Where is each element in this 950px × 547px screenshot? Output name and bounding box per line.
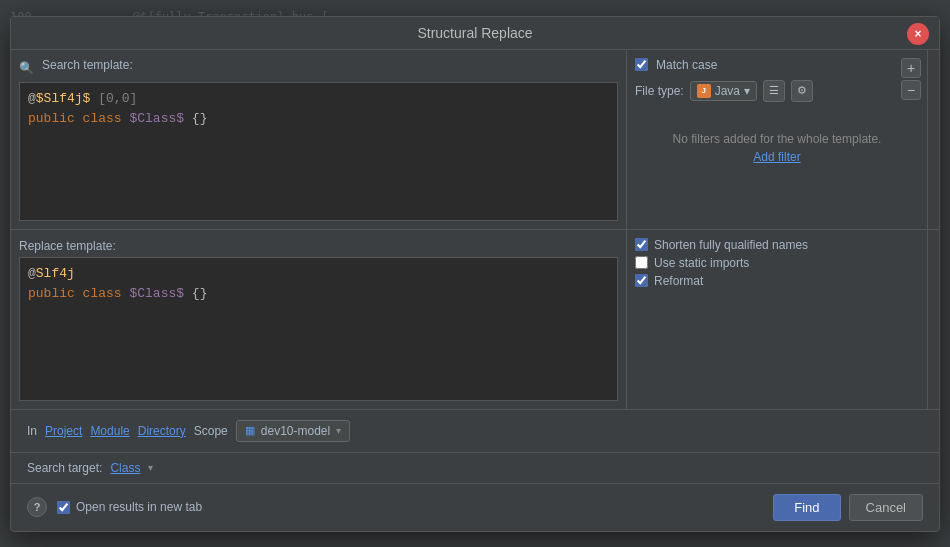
target-class-link[interactable]: Class (110, 461, 140, 475)
dialog-title-bar: Structural Replace × (11, 17, 939, 50)
file-type-label: File type: (635, 84, 684, 98)
module-icon: ▦ (245, 424, 255, 437)
remove-filter-button[interactable]: − (901, 80, 921, 100)
scope-value: dev10-model (261, 424, 330, 438)
scope-dropdown[interactable]: ▦ dev10-model ▾ (236, 420, 350, 442)
replace-template-code[interactable]: @Slf4j public class $Class$ {} (19, 257, 618, 401)
target-section: Search target: Class ▾ (11, 453, 939, 484)
open-results-checkbox[interactable] (57, 501, 70, 514)
file-type-arrow: ▾ (744, 84, 750, 98)
static-imports-label[interactable]: Use static imports (654, 256, 749, 270)
footer-left: ? Open results in new tab (27, 497, 202, 517)
scope-module-link[interactable]: Module (90, 424, 129, 438)
match-case-row: Match case (635, 58, 717, 72)
scope-in-label: In (27, 424, 37, 438)
dialog-overlay: 100 @${fully.Transaction} bus { Structur… (0, 0, 950, 547)
target-label: Search target: (27, 461, 102, 475)
static-imports-checkbox[interactable] (635, 256, 648, 269)
settings-button[interactable]: ⚙ (791, 80, 813, 102)
search-section: 🔍 Search template: @$Slf4j$ [0,0] public… (11, 50, 939, 230)
reformat-label[interactable]: Reformat (654, 274, 703, 288)
target-arrow[interactable]: ▾ (148, 462, 153, 473)
reformat-row: Reformat (635, 274, 919, 288)
filter-button[interactable]: ☰ (763, 80, 785, 102)
file-type-value: Java (715, 84, 740, 98)
add-filter-button[interactable]: + (901, 58, 921, 78)
shorten-names-checkbox[interactable] (635, 238, 648, 251)
scope-directory-link[interactable]: Directory (138, 424, 186, 438)
filter-side-buttons: + − (901, 58, 921, 100)
shorten-names-label[interactable]: Shorten fully qualified names (654, 238, 808, 252)
scope-section: In Project Module Directory Scope ▦ dev1… (11, 410, 939, 453)
match-case-checkbox[interactable] (635, 58, 648, 71)
match-case-label[interactable]: Match case (656, 58, 717, 72)
scope-word-label: Scope (194, 424, 228, 438)
open-results-label[interactable]: Open results in new tab (76, 500, 202, 514)
open-results-row: Open results in new tab (57, 500, 202, 514)
right-scroll-indicator (927, 50, 939, 229)
static-imports-row: Use static imports (635, 256, 919, 270)
reformat-checkbox[interactable] (635, 274, 648, 287)
replace-section: Replace template: @Slf4j public class $C… (11, 230, 939, 410)
scope-project-link[interactable]: Project (45, 424, 82, 438)
file-type-row: File type: J Java ▾ ☰ ⚙ (635, 80, 813, 102)
footer-section: ? Open results in new tab Find Cancel (11, 484, 939, 531)
help-button[interactable]: ? (27, 497, 47, 517)
dialog-title: Structural Replace (417, 25, 532, 41)
replace-template-label: Replace template: (19, 239, 116, 253)
shorten-names-row: Shorten fully qualified names (635, 238, 919, 252)
structural-replace-dialog: Structural Replace × 🔍 Search template: … (10, 16, 940, 532)
search-template-label: Search template: (42, 58, 133, 72)
cancel-button[interactable]: Cancel (849, 494, 923, 521)
file-type-dropdown[interactable]: J Java ▾ (690, 81, 757, 101)
dialog-body: 🔍 Search template: @$Slf4j$ [0,0] public… (11, 50, 939, 531)
java-icon: J (697, 84, 711, 98)
filter-empty-message: No filters added for the whole template. (635, 132, 919, 146)
add-filter-link[interactable]: Add filter (635, 150, 919, 164)
filter-panel: Match case File type: J Java ▾ ☰ ⚙ (627, 50, 927, 229)
replace-options-panel: Shorten fully qualified names Use static… (627, 230, 927, 409)
find-button[interactable]: Find (773, 494, 840, 521)
search-template-code[interactable]: @$Slf4j$ [0,0] public class $Class$ {} (19, 82, 618, 221)
close-button[interactable]: × (907, 23, 929, 45)
footer-right: Find Cancel (773, 494, 923, 521)
right-scroll-indicator-2 (927, 230, 939, 409)
scope-dropdown-arrow: ▾ (336, 425, 341, 436)
